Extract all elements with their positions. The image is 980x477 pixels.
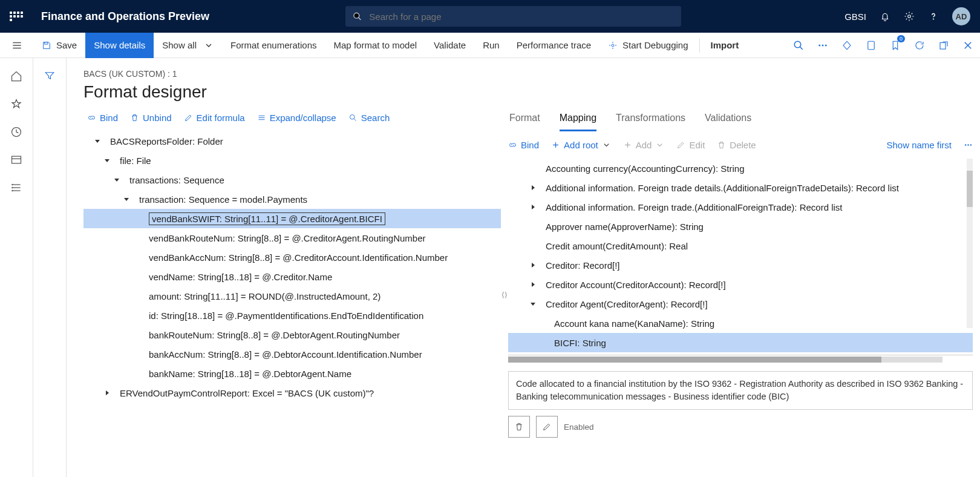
performance-trace-button[interactable]: Performance trace: [508, 33, 599, 58]
expand-icon[interactable]: [102, 390, 113, 396]
expand-icon[interactable]: [121, 196, 132, 202]
tree-label: Approver name(ApproverName): String: [546, 222, 704, 232]
tree-node[interactable]: bankAccNum: String[8..8] = @.DebtorAccou…: [83, 344, 501, 364]
close-button[interactable]: [956, 33, 980, 58]
tree-node[interactable]: Creditor: Record[!]: [508, 255, 973, 275]
bind-button[interactable]: Bind: [87, 113, 118, 123]
tree-node[interactable]: amount: String[11..11] = ROUND(@.Instruc…: [83, 286, 501, 306]
add-root-button[interactable]: Add root: [551, 140, 611, 150]
tree-node[interactable]: file: File: [83, 151, 501, 170]
format-tree[interactable]: BACSReportsFolder: Folderfile: Filetrans…: [83, 131, 501, 403]
tree-node[interactable]: bankName: String[18..18] = @.DebtorAgent…: [83, 364, 501, 383]
tree-node[interactable]: Creditor Agent(CreditorAgent): Record[!]: [508, 294, 973, 314]
validate-button[interactable]: Validate: [425, 33, 474, 58]
tree-node[interactable]: vendBankAccNum: String[8..8] = @.Credito…: [83, 248, 501, 267]
h-scrollbar[interactable]: [508, 357, 942, 363]
filter-icon[interactable]: [44, 70, 55, 81]
expand-icon[interactable]: [92, 138, 103, 144]
tree-node[interactable]: bankRouteNum: String[8..8] = @.DebtorAge…: [83, 325, 501, 344]
list-icon: [257, 113, 266, 122]
expand-icon[interactable]: [528, 281, 538, 288]
tree-node[interactable]: transaction: Sequence = model.Payments: [83, 189, 501, 209]
run-button[interactable]: Run: [474, 33, 508, 58]
company-label[interactable]: GBSI: [844, 12, 866, 22]
tree-node[interactable]: id: String[18..18] = @.PaymentIdentifica…: [83, 306, 501, 325]
bookmark-button[interactable]: 0: [883, 33, 907, 58]
diamond-button[interactable]: [835, 33, 859, 58]
expand-icon[interactable]: [102, 157, 113, 163]
tree-label: id: String[18..18] = @.PaymentIdentifica…: [149, 311, 423, 321]
user-avatar[interactable]: AD: [952, 7, 970, 25]
svg-point-30: [350, 115, 354, 120]
tree-node[interactable]: Additional information. Foreign trade de…: [508, 178, 973, 197]
tree-node[interactable]: Accounting currency(AccountingCurrency):…: [508, 159, 973, 178]
more-button[interactable]: [811, 33, 835, 58]
hamburger-icon[interactable]: [11, 40, 22, 51]
save-button[interactable]: Save: [33, 33, 85, 58]
expand-collapse-button[interactable]: Expand/collapse: [257, 113, 336, 123]
show-name-first-button[interactable]: Show name first: [886, 140, 952, 150]
svg-rect-19: [12, 156, 21, 163]
delete-button[interactable]: Delete: [717, 140, 756, 150]
workspace-icon[interactable]: [10, 154, 22, 166]
tree-node[interactable]: Approver name(ApproverName): String: [508, 217, 973, 236]
tree-node[interactable]: BACSReportsFolder: Folder: [83, 131, 501, 151]
modules-icon[interactable]: [10, 182, 22, 194]
delete-sq-button[interactable]: [508, 416, 530, 438]
tree-node[interactable]: Creditor Account(CreditorAccount): Recor…: [508, 275, 973, 294]
home-icon[interactable]: [10, 70, 22, 82]
mapping-tree[interactable]: Accounting currency(AccountingCurrency):…: [508, 159, 973, 355]
scrollbar[interactable]: [967, 159, 973, 328]
tree-node[interactable]: Credit amount(CreditAmount): Real: [508, 236, 973, 255]
tree-node[interactable]: Additional information. Foreign trade.(A…: [508, 197, 973, 217]
r-bind-button[interactable]: Bind: [508, 140, 539, 150]
bell-icon[interactable]: [880, 11, 890, 22]
star-icon[interactable]: [10, 98, 22, 110]
edit-formula-button[interactable]: Edit formula: [184, 113, 245, 123]
expand-icon[interactable]: [528, 262, 538, 268]
page-button[interactable]: [859, 33, 883, 58]
unbind-button[interactable]: Unbind: [130, 113, 172, 123]
expand-icon[interactable]: [111, 177, 122, 183]
tree-search-button[interactable]: Search: [348, 113, 390, 123]
start-debugging-button[interactable]: Start Debugging: [599, 33, 696, 58]
map-format-button[interactable]: Map format to model: [325, 33, 426, 58]
expand-icon[interactable]: [528, 185, 538, 191]
popout-button[interactable]: [932, 33, 956, 58]
global-search[interactable]: [345, 6, 681, 27]
edit-sq-button[interactable]: [536, 416, 558, 438]
pencil-icon: [676, 140, 685, 150]
description-box: Code allocated to a financial institutio…: [508, 371, 973, 410]
tree-node[interactable]: Account kana name(KanaName): String: [508, 314, 973, 333]
gear-icon[interactable]: [904, 11, 915, 22]
expand-icon[interactable]: [528, 301, 538, 307]
refresh-button[interactable]: [907, 33, 932, 58]
search-icon: [348, 113, 358, 122]
find-button[interactable]: [786, 33, 811, 58]
tree-node[interactable]: BICFI: String: [508, 333, 973, 352]
app-launcher-icon[interactable]: [10, 12, 24, 21]
edit-button[interactable]: Edit: [676, 140, 705, 150]
tree-label: vendName: String[18..18] = @.Creditor.Na…: [149, 272, 332, 282]
search-input[interactable]: [369, 12, 674, 22]
tab-validations[interactable]: Validations: [705, 113, 751, 131]
tree-node[interactable]: vendBankSWIFT: String[11..11] = @.Credit…: [83, 209, 501, 228]
tree-node[interactable]: transactions: Sequence: [83, 170, 501, 189]
tree-node[interactable]: vendName: String[18..18] = @.Creditor.Na…: [83, 267, 501, 286]
recent-icon[interactable]: [10, 126, 22, 138]
show-details-button[interactable]: Show details: [85, 33, 154, 58]
show-all-button[interactable]: Show all: [154, 33, 222, 58]
tree-node[interactable]: ERVendOutPaymControlReport: Excel = "BAC…: [83, 383, 501, 403]
import-button[interactable]: Import: [702, 33, 748, 58]
r-more-button[interactable]: [964, 140, 973, 150]
tree-node[interactable]: vendBankRouteNum: String[8..8] = @.Credi…: [83, 228, 501, 248]
tab-format[interactable]: Format: [509, 113, 540, 131]
tab-mapping[interactable]: Mapping: [560, 113, 596, 131]
add-button[interactable]: Add: [623, 140, 665, 150]
tree-label: vendBankAccNum: String[8..8] = @.Credito…: [149, 252, 448, 263]
format-enumerations-button[interactable]: Format enumerations: [222, 33, 325, 58]
panel-divider[interactable]: ⟨⟩: [501, 113, 508, 477]
tab-transformations[interactable]: Transformations: [616, 113, 685, 131]
help-icon[interactable]: [928, 11, 939, 22]
expand-icon[interactable]: [528, 204, 538, 210]
